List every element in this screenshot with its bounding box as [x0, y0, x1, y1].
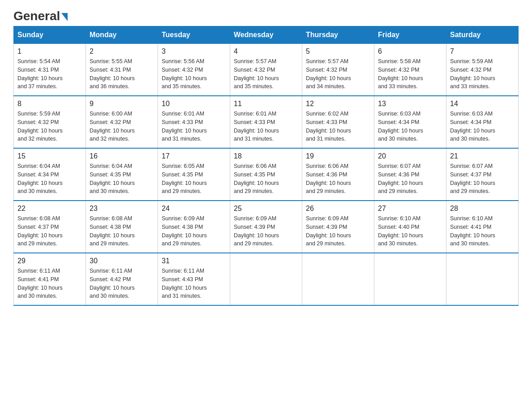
day-number: 10 [162, 100, 226, 108]
calendar-day-cell [446, 253, 519, 305]
day-info: Sunrise: 6:01 AMSunset: 4:33 PMDaylight:… [234, 110, 298, 143]
day-info: Sunrise: 6:07 AMSunset: 4:36 PMDaylight:… [378, 162, 442, 196]
weekday-header-thursday: Thursday [302, 26, 374, 44]
calendar-day-cell: 2 Sunrise: 5:55 AMSunset: 4:31 PMDayligh… [86, 44, 158, 96]
calendar-day-cell: 15 Sunrise: 6:04 AMSunset: 4:34 PMDaylig… [14, 148, 86, 201]
day-number: 22 [17, 205, 82, 213]
day-info: Sunrise: 6:06 AMSunset: 4:35 PMDaylight:… [234, 162, 298, 196]
day-number: 31 [162, 257, 226, 265]
calendar-day-cell: 21 Sunrise: 6:07 AMSunset: 4:37 PMDaylig… [446, 148, 519, 201]
day-info: Sunrise: 6:08 AMSunset: 4:38 PMDaylight:… [90, 214, 154, 248]
day-number: 20 [378, 152, 442, 160]
calendar-day-cell: 10 Sunrise: 6:01 AMSunset: 4:33 PMDaylig… [158, 96, 230, 148]
calendar-day-cell: 5 Sunrise: 5:57 AMSunset: 4:32 PMDayligh… [302, 44, 374, 96]
calendar-day-cell: 23 Sunrise: 6:08 AMSunset: 4:38 PMDaylig… [86, 201, 158, 253]
weekday-header-wednesday: Wednesday [230, 26, 302, 44]
day-number: 27 [378, 205, 442, 213]
calendar-day-cell: 16 Sunrise: 6:04 AMSunset: 4:35 PMDaylig… [86, 148, 158, 201]
calendar-day-cell: 20 Sunrise: 6:07 AMSunset: 4:36 PMDaylig… [374, 148, 446, 201]
day-number: 7 [450, 47, 515, 56]
day-info: Sunrise: 6:03 AMSunset: 4:34 PMDaylight:… [450, 110, 515, 143]
calendar-week-row: 1 Sunrise: 5:54 AMSunset: 4:31 PMDayligh… [14, 44, 519, 96]
calendar-week-row: 29 Sunrise: 6:11 AMSunset: 4:41 PMDaylig… [14, 253, 519, 305]
calendar-day-cell: 14 Sunrise: 6:03 AMSunset: 4:34 PMDaylig… [446, 96, 519, 148]
day-info: Sunrise: 6:09 AMSunset: 4:39 PMDaylight:… [234, 214, 298, 248]
calendar-week-row: 15 Sunrise: 6:04 AMSunset: 4:34 PMDaylig… [14, 148, 519, 201]
day-number: 30 [90, 257, 154, 265]
day-number: 14 [450, 100, 515, 108]
weekday-header-sunday: Sunday [14, 26, 86, 44]
day-number: 29 [17, 257, 82, 265]
calendar-day-cell: 27 Sunrise: 6:10 AMSunset: 4:40 PMDaylig… [374, 201, 446, 253]
day-info: Sunrise: 6:06 AMSunset: 4:36 PMDaylight:… [306, 162, 370, 196]
calendar-day-cell: 9 Sunrise: 6:00 AMSunset: 4:32 PMDayligh… [86, 96, 158, 148]
calendar-day-cell: 7 Sunrise: 5:59 AMSunset: 4:32 PMDayligh… [446, 44, 519, 96]
calendar-day-cell: 13 Sunrise: 6:03 AMSunset: 4:34 PMDaylig… [374, 96, 446, 148]
day-info: Sunrise: 6:08 AMSunset: 4:37 PMDaylight:… [17, 214, 82, 248]
logo-text: General [13, 9, 68, 23]
calendar-day-cell: 17 Sunrise: 6:05 AMSunset: 4:35 PMDaylig… [158, 148, 230, 201]
day-info: Sunrise: 6:10 AMSunset: 4:41 PMDaylight:… [450, 214, 515, 248]
day-number: 18 [234, 152, 298, 160]
calendar-day-cell [230, 253, 302, 305]
day-info: Sunrise: 6:00 AMSunset: 4:32 PMDaylight:… [90, 110, 154, 143]
day-info: Sunrise: 6:07 AMSunset: 4:37 PMDaylight:… [450, 162, 515, 196]
day-info: Sunrise: 6:11 AMSunset: 4:41 PMDaylight:… [17, 267, 82, 300]
day-number: 4 [234, 47, 298, 56]
calendar-day-cell: 25 Sunrise: 6:09 AMSunset: 4:39 PMDaylig… [230, 201, 302, 253]
calendar-week-row: 8 Sunrise: 5:59 AMSunset: 4:32 PMDayligh… [14, 96, 519, 148]
day-number: 17 [162, 152, 226, 160]
day-number: 8 [17, 100, 82, 108]
day-number: 12 [306, 100, 370, 108]
day-info: Sunrise: 6:10 AMSunset: 4:40 PMDaylight:… [378, 214, 442, 248]
day-info: Sunrise: 6:01 AMSunset: 4:33 PMDaylight:… [162, 110, 226, 143]
day-number: 15 [17, 152, 82, 160]
day-info: Sunrise: 6:02 AMSunset: 4:33 PMDaylight:… [306, 110, 370, 143]
weekday-header-tuesday: Tuesday [158, 26, 230, 44]
calendar-day-cell: 12 Sunrise: 6:02 AMSunset: 4:33 PMDaylig… [302, 96, 374, 148]
calendar-day-cell: 6 Sunrise: 5:58 AMSunset: 4:32 PMDayligh… [374, 44, 446, 96]
calendar-day-cell: 28 Sunrise: 6:10 AMSunset: 4:41 PMDaylig… [446, 201, 519, 253]
weekday-header-row: SundayMondayTuesdayWednesdayThursdayFrid… [14, 26, 519, 44]
calendar-day-cell: 11 Sunrise: 6:01 AMSunset: 4:33 PMDaylig… [230, 96, 302, 148]
day-number: 3 [162, 47, 226, 56]
calendar-day-cell: 18 Sunrise: 6:06 AMSunset: 4:35 PMDaylig… [230, 148, 302, 201]
day-info: Sunrise: 6:09 AMSunset: 4:39 PMDaylight:… [306, 214, 370, 248]
calendar-day-cell [374, 253, 446, 305]
calendar-day-cell [302, 253, 374, 305]
day-info: Sunrise: 5:57 AMSunset: 4:32 PMDaylight:… [306, 57, 370, 91]
day-number: 13 [378, 100, 442, 108]
calendar-day-cell: 3 Sunrise: 5:56 AMSunset: 4:32 PMDayligh… [158, 44, 230, 96]
day-number: 25 [234, 205, 298, 213]
day-info: Sunrise: 6:03 AMSunset: 4:34 PMDaylight:… [378, 110, 442, 143]
day-number: 9 [90, 100, 154, 108]
day-number: 16 [90, 152, 154, 160]
day-info: Sunrise: 6:04 AMSunset: 4:34 PMDaylight:… [17, 162, 82, 196]
day-number: 23 [90, 205, 154, 213]
day-info: Sunrise: 6:04 AMSunset: 4:35 PMDaylight:… [90, 162, 154, 196]
day-number: 24 [162, 205, 226, 213]
page-header: General [13, 9, 519, 21]
day-info: Sunrise: 5:57 AMSunset: 4:32 PMDaylight:… [234, 57, 298, 91]
day-info: Sunrise: 6:09 AMSunset: 4:38 PMDaylight:… [162, 214, 226, 248]
calendar-week-row: 22 Sunrise: 6:08 AMSunset: 4:37 PMDaylig… [14, 201, 519, 253]
day-info: Sunrise: 5:59 AMSunset: 4:32 PMDaylight:… [17, 110, 82, 143]
calendar-day-cell: 1 Sunrise: 5:54 AMSunset: 4:31 PMDayligh… [14, 44, 86, 96]
calendar-day-cell: 30 Sunrise: 6:11 AMSunset: 4:42 PMDaylig… [86, 253, 158, 305]
day-number: 19 [306, 152, 370, 160]
calendar-day-cell: 22 Sunrise: 6:08 AMSunset: 4:37 PMDaylig… [14, 201, 86, 253]
day-info: Sunrise: 5:58 AMSunset: 4:32 PMDaylight:… [378, 57, 442, 91]
weekday-header-saturday: Saturday [446, 26, 519, 44]
day-info: Sunrise: 5:59 AMSunset: 4:32 PMDaylight:… [450, 57, 515, 91]
day-number: 5 [306, 47, 370, 56]
day-number: 2 [90, 47, 154, 56]
calendar-day-cell: 19 Sunrise: 6:06 AMSunset: 4:36 PMDaylig… [302, 148, 374, 201]
calendar-day-cell: 24 Sunrise: 6:09 AMSunset: 4:38 PMDaylig… [158, 201, 230, 253]
day-number: 11 [234, 100, 298, 108]
day-number: 6 [378, 47, 442, 56]
day-number: 1 [17, 47, 82, 56]
day-info: Sunrise: 6:11 AMSunset: 4:43 PMDaylight:… [162, 267, 226, 300]
calendar-day-cell: 26 Sunrise: 6:09 AMSunset: 4:39 PMDaylig… [302, 201, 374, 253]
calendar-day-cell: 4 Sunrise: 5:57 AMSunset: 4:32 PMDayligh… [230, 44, 302, 96]
day-number: 28 [450, 205, 515, 213]
